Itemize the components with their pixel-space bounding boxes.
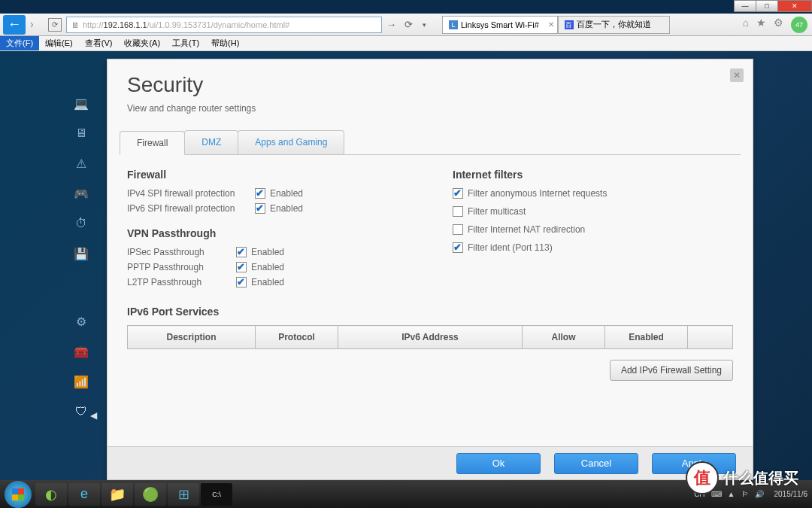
col-enabled: Enabled: [605, 326, 688, 349]
refresh-button[interactable]: ⟳: [404, 19, 418, 30]
tab-firewall[interactable]: Firewall: [120, 131, 185, 155]
nav-forward-button[interactable]: ›: [30, 18, 44, 32]
taskbar-chrome[interactable]: 🟢: [135, 483, 166, 506]
taskbar-ie[interactable]: e: [68, 483, 100, 506]
addr-dropdown[interactable]: ▾: [423, 21, 433, 29]
ipv4-spi-checkbox[interactable]: [255, 188, 265, 199]
sidebar-device-icon[interactable]: 💻: [73, 96, 89, 110]
col-protocol: Protocol: [256, 326, 338, 349]
tray-keyboard-icon[interactable]: ⌨: [711, 490, 722, 498]
filter-nat-checkbox[interactable]: [453, 224, 463, 235]
taskbar: ◐ e 📁 🟢 ⊞ C:\ CH ⌨ ▲ 🏳 🔊 2015/11/6: [0, 480, 812, 508]
browser-tabs: L Linksys Smart Wi-Fi# ✕ 百 百度一下，你就知道: [442, 16, 670, 34]
ipv4-spi-row: IPv4 SPI firewall protection Enabled: [127, 188, 408, 199]
page-content: 💻 🖥 ⚠ 🎮 ⏱ 💾 ⚙ 🧰 📶 🛡 ◀ ✕ Security View an…: [0, 51, 812, 480]
window-controls: — □ ✕: [735, 0, 812, 12]
nav-back-button[interactable]: ←: [3, 15, 26, 35]
tray-flag-icon[interactable]: 🏳: [741, 490, 749, 498]
filter-anon-checkbox[interactable]: [453, 188, 463, 199]
col-ipv6-address: IPv6 Address: [338, 326, 523, 349]
ipv6-spi-row: IPv6 SPI firewall protection Enabled: [127, 203, 408, 214]
filter-ident-checkbox[interactable]: [453, 242, 463, 253]
sidebar-connectivity-icon[interactable]: ⚙: [73, 315, 89, 328]
ipsec-row: IPSec Passthrough Enabled: [127, 247, 408, 257]
favicon-icon: L: [449, 20, 458, 29]
firewall-heading: Firewall: [127, 169, 408, 181]
ipv6-spi-checkbox[interactable]: [255, 203, 265, 214]
sidebar-security-icon[interactable]: 🛡 ◀: [73, 405, 89, 418]
tray-lang[interactable]: CH: [694, 490, 704, 498]
home-icon[interactable]: ⌂: [743, 17, 749, 33]
filter-anon-row: Filter anonymous Internet requests: [453, 188, 733, 199]
tray-up-icon[interactable]: ▲: [728, 490, 735, 498]
pptp-row: PPTP Passthrough Enabled: [127, 262, 408, 272]
tools-icon[interactable]: ⚙: [774, 17, 783, 33]
sidebar-speed-icon[interactable]: ⏱: [73, 217, 89, 230]
favorites-icon[interactable]: ★: [756, 17, 766, 33]
sidebar-gallery-icon[interactable]: 🖥: [73, 126, 89, 140]
panel-close-button[interactable]: ✕: [730, 68, 744, 82]
tray-network-icon[interactable]: 🔊: [755, 490, 764, 498]
taskbar-app-2[interactable]: ⊞: [168, 483, 199, 506]
window-close[interactable]: ✕: [777, 0, 812, 12]
menu-file[interactable]: 文件(F): [0, 36, 39, 50]
go-button[interactable]: →: [386, 19, 400, 30]
ok-button[interactable]: Ok: [456, 453, 541, 474]
vpn-heading: VPN Passthrough: [127, 227, 408, 239]
l2tp-row: L2TP Passthrough Enabled: [127, 277, 408, 287]
close-tab-icon[interactable]: ✕: [548, 20, 554, 29]
system-tray: CH ⌨ ▲ 🏳 🔊 2015/11/6: [694, 490, 807, 499]
tab-dmz[interactable]: DMZ: [184, 130, 238, 154]
active-caret-icon: ◀: [90, 410, 97, 421]
ipv6-table: Description Protocol IPv6 Address Allow …: [127, 325, 733, 349]
start-button[interactable]: [5, 481, 32, 508]
tray-clock[interactable]: 2015/11/6: [774, 490, 808, 499]
cancel-button[interactable]: Cancel: [554, 453, 638, 474]
security-tabs: Firewall DMZ Apps and Gaming: [120, 130, 741, 155]
left-column: Firewall IPv4 SPI firewall protection En…: [127, 169, 408, 301]
taskbar-cmd[interactable]: C:\: [201, 483, 232, 506]
compat-icon[interactable]: ⟳: [48, 18, 62, 32]
address-bar[interactable]: 🗎 http:// 192.168.1.1 /ui/1.0.99.153731/…: [66, 17, 382, 33]
filter-multicast-checkbox[interactable]: [453, 206, 463, 217]
add-ipv6-firewall-button[interactable]: Add IPv6 Firewall Setting: [610, 360, 733, 381]
page-title: Security: [127, 73, 733, 97]
sidebar-storage-icon[interactable]: 💾: [73, 247, 89, 260]
apply-button[interactable]: Apply: [652, 453, 736, 474]
browser-tab-linksys[interactable]: L Linksys Smart Wi-Fi# ✕: [442, 16, 558, 34]
page-subtitle: View and change router settings: [127, 103, 733, 114]
window-minimize[interactable]: —: [734, 0, 756, 12]
dialog-buttons: Ok Cancel Apply: [108, 446, 753, 479]
taskbar-explorer[interactable]: 📁: [102, 483, 133, 506]
router-sidebar: 💻 🖥 ⚠ 🎮 ⏱ 💾 ⚙ 🧰 📶 🛡 ◀: [69, 96, 93, 418]
sidebar-wireless-icon[interactable]: 📶: [73, 375, 89, 388]
sidebar-parental-icon[interactable]: ⚠: [73, 157, 89, 170]
pptp-checkbox[interactable]: [236, 262, 247, 272]
browser-tab-baidu[interactable]: 百 百度一下，你就知道: [558, 16, 670, 34]
l2tp-checkbox[interactable]: [236, 277, 247, 287]
col-actions: [688, 326, 733, 349]
menu-edit[interactable]: 编辑(E): [39, 36, 79, 50]
window-maximize[interactable]: □: [756, 0, 778, 12]
menu-view[interactable]: 查看(V): [79, 36, 119, 50]
menu-bar: 文件(F) 编辑(E) 查看(V) 收藏夹(A) 工具(T) 帮助(H): [0, 36, 812, 51]
col-allow: Allow: [523, 326, 605, 349]
menu-help[interactable]: 帮助(H): [205, 36, 245, 50]
favicon-icon: 百: [565, 20, 574, 29]
ipsec-checkbox[interactable]: [236, 247, 247, 257]
taskbar-app-1[interactable]: ◐: [35, 483, 67, 506]
browser-toolbar: ← › ⟳ 🗎 http:// 192.168.1.1 /ui/1.0.99.1…: [0, 14, 812, 36]
menu-tools[interactable]: 工具(T): [166, 36, 205, 50]
ipv6-heading: IPv6 Port Services: [127, 306, 733, 318]
tab-apps-gaming[interactable]: Apps and Gaming: [238, 130, 344, 154]
filter-multicast-row: Filter multicast: [453, 206, 733, 217]
extension-badge[interactable]: 47: [791, 17, 807, 33]
menu-favorites[interactable]: 收藏夹(A): [118, 36, 166, 50]
filter-ident-row: Filter ident (Port 113): [453, 242, 733, 253]
toolbar-actions: ⌂ ★ ⚙ 47: [743, 17, 807, 33]
ipv6-section: IPv6 Port Services Description Protocol …: [108, 306, 753, 391]
sidebar-troubleshoot-icon[interactable]: 🧰: [73, 345, 89, 358]
filter-nat-row: Filter Internet NAT redirection: [453, 224, 733, 235]
sidebar-media-icon[interactable]: 🎮: [73, 187, 89, 200]
right-column: Internet filters Filter anonymous Intern…: [453, 169, 733, 301]
